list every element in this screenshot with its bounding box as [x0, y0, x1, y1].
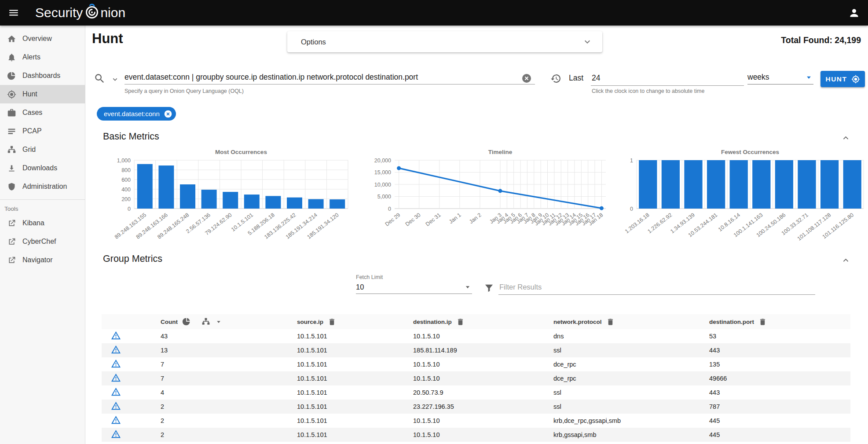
- table-row[interactable]: 210.1.5.10123.227.196.35ssl787: [102, 400, 850, 414]
- table-row[interactable]: 710.1.5.10110.1.5.10dce_rpc135: [102, 357, 850, 371]
- column-label-network-protocol[interactable]: network.protocol: [553, 319, 602, 325]
- external-icon: [7, 219, 16, 228]
- data-point[interactable]: [600, 206, 604, 210]
- options-label: Options: [301, 38, 326, 46]
- bar[interactable]: [180, 184, 195, 209]
- column-label-destination-ip[interactable]: destination.ip: [413, 319, 452, 325]
- sidebar-item-label: Hunt: [22, 90, 37, 98]
- warning-icon[interactable]: [111, 401, 121, 411]
- bar[interactable]: [308, 199, 324, 209]
- bar[interactable]: [730, 160, 748, 209]
- sidebar-tool-navigator[interactable]: Navigator: [0, 251, 85, 269]
- filter-chip[interactable]: event.dataset:conn: [97, 107, 176, 121]
- cell-source-ip: 10.1.5.101: [297, 361, 413, 368]
- external-icon: [7, 256, 16, 265]
- bar[interactable]: [820, 160, 839, 209]
- options-panel[interactable]: Options: [287, 31, 602, 52]
- bar[interactable]: [662, 160, 680, 209]
- cell-destination-ip: 10.1.5.10: [413, 417, 553, 424]
- warning-icon[interactable]: [111, 359, 121, 369]
- trash-icon[interactable]: [606, 318, 615, 326]
- svg-text:Dec 30: Dec 30: [404, 212, 422, 227]
- cell-source-ip: 10.1.5.101: [297, 389, 413, 396]
- bar[interactable]: [223, 192, 238, 209]
- sidebar-item-cases[interactable]: Cases: [0, 103, 85, 122]
- query-hint: Specify a query in Onion Query Language …: [125, 88, 244, 94]
- sidebar-item-dashboards[interactable]: Dashboards: [0, 66, 85, 85]
- cell-destination-port: 443: [709, 347, 850, 354]
- warning-icon[interactable]: [111, 415, 121, 425]
- cell-network-protocol: ssl: [553, 389, 709, 396]
- sidebar-item-administration[interactable]: Administration: [0, 177, 85, 196]
- table-row[interactable]: 710.1.5.10110.1.5.10dce_rpc49666: [102, 371, 850, 385]
- bar[interactable]: [775, 160, 793, 209]
- bar[interactable]: [244, 194, 260, 209]
- graph-icon[interactable]: [201, 317, 210, 326]
- trash-icon[interactable]: [758, 318, 767, 326]
- bar[interactable]: [330, 199, 345, 209]
- query-history-caret-icon[interactable]: [111, 75, 119, 84]
- remove-filter-icon[interactable]: [164, 110, 172, 118]
- clock-history-icon[interactable]: [550, 73, 561, 84]
- warning-icon[interactable]: [111, 373, 121, 383]
- column-label-source-ip[interactable]: source.ip: [297, 319, 323, 325]
- sidebar-item-alerts[interactable]: Alerts: [0, 48, 85, 66]
- bar[interactable]: [287, 198, 302, 209]
- collapse-basic-metrics-icon[interactable]: [841, 133, 851, 143]
- sidebar-item-overview[interactable]: Overview: [0, 29, 85, 48]
- bar[interactable]: [843, 160, 861, 209]
- table-row[interactable]: 4310.1.5.10110.1.5.10dns53: [102, 329, 850, 343]
- time-hint: Click the clock icon to change to absolu…: [592, 88, 704, 94]
- bar[interactable]: [265, 196, 281, 209]
- data-point[interactable]: [397, 166, 401, 170]
- svg-text:Dec 31: Dec 31: [425, 212, 442, 227]
- caret-down-icon[interactable]: [215, 318, 223, 326]
- table-row[interactable]: 1310.1.5.101185.81.114.189ssl443: [102, 343, 850, 357]
- column-label-count[interactable]: Count: [161, 319, 178, 325]
- filter-chip-label: event.dataset:conn: [104, 110, 160, 117]
- menu-icon[interactable]: [8, 7, 19, 18]
- cell-source-ip: 10.1.5.101: [297, 431, 413, 438]
- bar[interactable]: [201, 190, 217, 209]
- bar[interactable]: [137, 164, 153, 209]
- bar[interactable]: [798, 160, 816, 209]
- data-point[interactable]: [498, 189, 502, 193]
- time-unit-select[interactable]: weeks: [747, 70, 813, 84]
- warning-icon[interactable]: [111, 429, 121, 439]
- warning-icon[interactable]: [111, 330, 121, 341]
- collapse-group-metrics-icon[interactable]: [841, 255, 851, 265]
- sidebar-item-grid[interactable]: Grid: [0, 140, 85, 159]
- fetch-limit-label: Fetch Limit: [356, 274, 472, 280]
- sidebar-tool-kibana[interactable]: Kibana: [0, 214, 85, 232]
- sidebar-item-hunt[interactable]: Hunt: [0, 85, 85, 103]
- filter-results-input[interactable]: [498, 280, 815, 295]
- svg-text:10,000: 10,000: [374, 182, 391, 188]
- column-label-destination-port[interactable]: destination.port: [709, 319, 754, 325]
- user-avatar-icon[interactable]: [848, 7, 860, 19]
- row-actions-cell: [102, 373, 161, 384]
- bar[interactable]: [752, 160, 770, 209]
- pie-chart-icon[interactable]: [182, 317, 191, 326]
- header-destination-port: destination.port: [709, 318, 850, 326]
- table-row[interactable]: 410.1.5.10120.50.73.9ssl443: [102, 385, 850, 400]
- sidebar-item-pcap[interactable]: PCAP: [0, 122, 85, 140]
- time-value-input[interactable]: [591, 70, 744, 86]
- sidebar-item-label: Overview: [22, 35, 52, 43]
- bar[interactable]: [684, 160, 702, 209]
- bar[interactable]: [707, 160, 725, 209]
- bar[interactable]: [639, 160, 657, 209]
- sidebar-item-downloads[interactable]: Downloads: [0, 159, 85, 177]
- bar[interactable]: [158, 165, 174, 209]
- hunt-button[interactable]: HUNT: [820, 71, 865, 87]
- table-row[interactable]: 210.1.5.10110.1.5.10krb,dce_rpc,gssapi,s…: [102, 414, 850, 428]
- row-actions-cell: [102, 345, 161, 356]
- query-input[interactable]: [125, 70, 535, 84]
- table-row[interactable]: 210.1.5.10110.1.5.10krb,gssapi,smb445: [102, 428, 850, 442]
- trash-icon[interactable]: [456, 318, 465, 326]
- trash-icon[interactable]: [328, 318, 336, 326]
- fetch-limit-select[interactable]: 10: [356, 281, 472, 294]
- sidebar-tool-cyberchef[interactable]: CyberChef: [0, 232, 85, 251]
- warning-icon[interactable]: [111, 345, 121, 355]
- warning-icon[interactable]: [111, 387, 121, 397]
- clear-query-icon[interactable]: [521, 73, 532, 84]
